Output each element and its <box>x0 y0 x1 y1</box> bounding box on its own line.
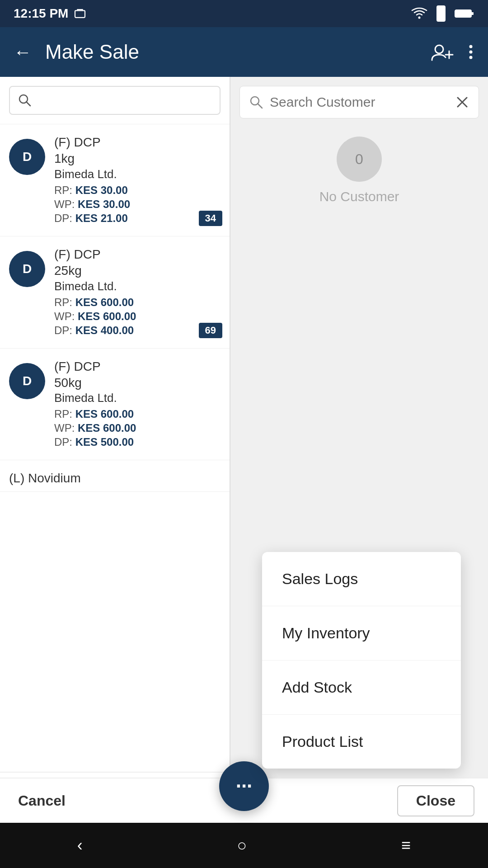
product-info: (F) DCP50kg Bimeda Ltd. RP: KES 600.00 W… <box>54 359 221 450</box>
status-time: 12:15 PM <box>14 6 86 21</box>
product-supplier: Bimeda Ltd. <box>54 279 221 293</box>
svg-point-11 <box>469 51 473 54</box>
cancel-button[interactable]: Cancel <box>0 783 84 818</box>
product-info: (F) DCP25kg Bimeda Ltd. RP: KES 600.00 W… <box>54 246 221 338</box>
close-button[interactable]: Close <box>397 785 474 816</box>
no-customer-label: No Customer <box>319 189 399 204</box>
page-title: Make Sale <box>45 41 430 63</box>
product-item[interactable]: D (F) DCP25kg Bimeda Ltd. RP: KES 600.00… <box>0 236 230 349</box>
product-search-input[interactable] <box>37 93 211 108</box>
svg-point-7 <box>435 45 443 53</box>
status-icons <box>411 5 474 22</box>
price-wp: WP: KES 30.00 <box>54 198 221 211</box>
fab-button[interactable]: ··· <box>219 761 269 811</box>
price-wp: WP: KES 600.00 <box>54 422 221 434</box>
product-name: (L) Novidium <box>9 470 221 486</box>
product-name: (F) DCP1kg <box>54 134 221 167</box>
price-dp: DP: KES 400.00 <box>54 324 221 337</box>
product-list: D (F) DCP1kg Bimeda Ltd. RP: KES 30.00 W… <box>0 124 230 823</box>
customer-search-icon <box>249 95 263 109</box>
product-search-bar <box>0 77 230 124</box>
product-info: (F) DCP1kg Bimeda Ltd. RP: KES 30.00 WP:… <box>54 134 221 226</box>
nav-menu-button[interactable]: ≡ <box>388 831 424 859</box>
product-item[interactable]: D (F) DCP1kg Bimeda Ltd. RP: KES 30.00 W… <box>0 124 230 236</box>
product-supplier: Bimeda Ltd. <box>54 167 221 181</box>
price-dp: DP: KES 21.00 <box>54 212 221 225</box>
product-name: (F) DCP25kg <box>54 246 221 279</box>
price-rp: RP: KES 600.00 <box>54 408 221 420</box>
status-bar: 12:15 PM <box>0 0 488 27</box>
menu-item-sales-logs[interactable]: Sales Logs <box>262 552 461 606</box>
product-info: (L) Novidium <box>9 470 221 486</box>
menu-item-add-stock[interactable]: Add Stock <box>262 660 461 715</box>
product-supplier: Bimeda Ltd. <box>54 391 221 405</box>
customer-badge: 0 <box>337 137 382 182</box>
more-options-icon[interactable] <box>467 42 474 62</box>
svg-point-1 <box>418 17 421 19</box>
back-button[interactable]: ← <box>14 42 32 62</box>
customer-search-clear-icon[interactable] <box>455 95 469 109</box>
add-customer-icon[interactable] <box>430 42 454 62</box>
nav-back-button[interactable]: ‹ <box>64 831 96 859</box>
menu-item-my-inventory[interactable]: My Inventory <box>262 606 461 660</box>
price-rp: RP: KES 600.00 <box>54 296 221 309</box>
customer-search-bar <box>239 86 479 118</box>
popup-menu: Sales Logs My Inventory Add Stock Produc… <box>262 552 461 769</box>
customer-search-input[interactable] <box>270 94 449 110</box>
left-panel: D (F) DCP1kg Bimeda Ltd. RP: KES 30.00 W… <box>0 77 230 823</box>
price-rp: RP: KES 30.00 <box>54 184 221 197</box>
price-wp: WP: KES 600.00 <box>54 310 221 323</box>
svg-rect-6 <box>456 11 468 16</box>
stock-badge: 69 <box>199 323 222 338</box>
svg-line-14 <box>26 102 30 106</box>
svg-point-10 <box>469 45 473 48</box>
product-item[interactable]: D (F) DCP50kg Bimeda Ltd. RP: KES 600.00… <box>0 349 230 461</box>
product-search-icon <box>18 94 32 107</box>
svg-line-16 <box>258 104 262 108</box>
svg-rect-5 <box>471 12 474 15</box>
nav-bottom: ‹ ○ ≡ <box>0 823 488 868</box>
stock-badge: 34 <box>199 211 222 226</box>
svg-rect-0 <box>75 10 85 17</box>
product-item[interactable]: (L) Novidium <box>0 460 230 491</box>
product-avatar: D <box>9 251 45 287</box>
product-avatar: D <box>9 139 45 175</box>
menu-item-product-list[interactable]: Product List <box>262 715 461 769</box>
customer-section: 0 No Customer <box>230 127 488 213</box>
app-bar: ← Make Sale <box>0 27 488 77</box>
product-avatar: D <box>9 363 45 399</box>
svg-point-12 <box>469 56 473 59</box>
price-dp: DP: KES 500.00 <box>54 436 221 448</box>
product-name: (F) DCP50kg <box>54 359 221 392</box>
app-bar-actions <box>430 42 474 62</box>
nav-home-button[interactable]: ○ <box>224 831 261 859</box>
